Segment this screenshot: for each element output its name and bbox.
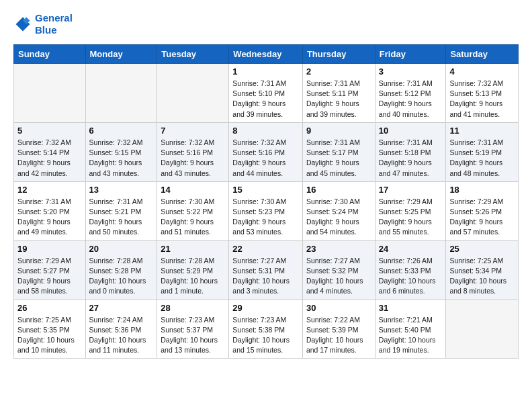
day-cell: 25Sunrise: 7:25 AM Sunset: 5:34 PM Dayli… bbox=[446, 240, 519, 300]
day-number: 27 bbox=[89, 303, 154, 313]
day-info: Sunrise: 7:27 AM Sunset: 5:32 PM Dayligh… bbox=[306, 256, 371, 297]
day-number: 24 bbox=[379, 244, 443, 254]
day-number: 12 bbox=[17, 185, 82, 195]
week-row-4: 19Sunrise: 7:29 AM Sunset: 5:27 PM Dayli… bbox=[14, 240, 519, 300]
day-info: Sunrise: 7:31 AM Sunset: 5:19 PM Dayligh… bbox=[449, 138, 515, 179]
day-number: 10 bbox=[379, 126, 443, 136]
week-row-3: 12Sunrise: 7:31 AM Sunset: 5:20 PM Dayli… bbox=[14, 181, 519, 240]
day-cell: 22Sunrise: 7:27 AM Sunset: 5:31 PM Dayli… bbox=[229, 240, 303, 300]
day-info: Sunrise: 7:32 AM Sunset: 5:16 PM Dayligh… bbox=[232, 138, 299, 179]
day-cell bbox=[157, 64, 229, 123]
day-cell bbox=[14, 64, 86, 123]
day-number: 6 bbox=[89, 126, 154, 136]
day-info: Sunrise: 7:22 AM Sunset: 5:39 PM Dayligh… bbox=[306, 315, 371, 356]
day-cell bbox=[446, 300, 519, 359]
day-number: 25 bbox=[449, 244, 515, 254]
day-info: Sunrise: 7:31 AM Sunset: 5:11 PM Dayligh… bbox=[306, 79, 371, 120]
day-info: Sunrise: 7:32 AM Sunset: 5:13 PM Dayligh… bbox=[449, 79, 515, 120]
day-info: Sunrise: 7:28 AM Sunset: 5:28 PM Dayligh… bbox=[89, 256, 154, 297]
day-info: Sunrise: 7:25 AM Sunset: 5:34 PM Dayligh… bbox=[449, 256, 515, 297]
day-cell: 7Sunrise: 7:32 AM Sunset: 5:16 PM Daylig… bbox=[157, 122, 229, 181]
day-info: Sunrise: 7:31 AM Sunset: 5:21 PM Dayligh… bbox=[89, 197, 154, 238]
day-number: 28 bbox=[161, 303, 225, 313]
logo-text: General Blue bbox=[35, 12, 73, 36]
day-number: 31 bbox=[379, 303, 443, 313]
day-cell: 11Sunrise: 7:31 AM Sunset: 5:19 PM Dayli… bbox=[446, 122, 519, 181]
day-cell: 15Sunrise: 7:30 AM Sunset: 5:23 PM Dayli… bbox=[229, 181, 303, 240]
day-info: Sunrise: 7:24 AM Sunset: 5:36 PM Dayligh… bbox=[89, 315, 154, 356]
calendar: SundayMondayTuesdayWednesdayThursdayFrid… bbox=[13, 44, 519, 359]
day-info: Sunrise: 7:32 AM Sunset: 5:14 PM Dayligh… bbox=[17, 138, 82, 179]
day-info: Sunrise: 7:27 AM Sunset: 5:31 PM Dayligh… bbox=[232, 256, 299, 297]
day-info: Sunrise: 7:26 AM Sunset: 5:33 PM Dayligh… bbox=[379, 256, 443, 297]
day-info: Sunrise: 7:29 AM Sunset: 5:26 PM Dayligh… bbox=[449, 197, 515, 238]
day-info: Sunrise: 7:31 AM Sunset: 5:17 PM Dayligh… bbox=[306, 138, 371, 179]
day-number: 26 bbox=[17, 303, 82, 313]
day-info: Sunrise: 7:31 AM Sunset: 5:12 PM Dayligh… bbox=[379, 79, 443, 120]
day-number: 29 bbox=[232, 303, 299, 313]
day-info: Sunrise: 7:25 AM Sunset: 5:35 PM Dayligh… bbox=[17, 315, 82, 356]
day-number: 22 bbox=[232, 244, 299, 254]
day-cell: 13Sunrise: 7:31 AM Sunset: 5:21 PM Dayli… bbox=[85, 181, 157, 240]
day-number: 5 bbox=[17, 126, 82, 136]
header: General Blue bbox=[13, 12, 519, 36]
day-cell: 3Sunrise: 7:31 AM Sunset: 5:12 PM Daylig… bbox=[375, 64, 446, 123]
week-row-5: 26Sunrise: 7:25 AM Sunset: 5:35 PM Dayli… bbox=[14, 300, 519, 359]
day-cell: 27Sunrise: 7:24 AM Sunset: 5:36 PM Dayli… bbox=[85, 300, 157, 359]
day-cell: 19Sunrise: 7:29 AM Sunset: 5:27 PM Dayli… bbox=[14, 240, 86, 300]
day-number: 23 bbox=[306, 244, 371, 254]
day-number: 21 bbox=[161, 244, 225, 254]
day-number: 14 bbox=[161, 185, 225, 195]
day-info: Sunrise: 7:29 AM Sunset: 5:27 PM Dayligh… bbox=[17, 256, 82, 297]
logo-icon bbox=[13, 15, 32, 34]
day-info: Sunrise: 7:32 AM Sunset: 5:15 PM Dayligh… bbox=[89, 138, 154, 179]
weekday-header-friday: Friday bbox=[375, 45, 446, 64]
day-info: Sunrise: 7:29 AM Sunset: 5:25 PM Dayligh… bbox=[379, 197, 443, 238]
day-cell: 5Sunrise: 7:32 AM Sunset: 5:14 PM Daylig… bbox=[14, 122, 86, 181]
day-number: 17 bbox=[379, 185, 443, 195]
weekday-header-monday: Monday bbox=[85, 45, 157, 64]
day-number: 20 bbox=[89, 244, 154, 254]
day-cell: 29Sunrise: 7:23 AM Sunset: 5:38 PM Dayli… bbox=[229, 300, 303, 359]
day-number: 1 bbox=[232, 66, 299, 77]
day-number: 15 bbox=[232, 185, 299, 195]
weekday-header-tuesday: Tuesday bbox=[157, 45, 229, 64]
week-row-1: 1Sunrise: 7:31 AM Sunset: 5:10 PM Daylig… bbox=[14, 64, 519, 123]
day-number: 9 bbox=[306, 126, 371, 136]
day-info: Sunrise: 7:31 AM Sunset: 5:18 PM Dayligh… bbox=[379, 138, 443, 179]
day-number: 18 bbox=[449, 185, 515, 195]
day-cell: 10Sunrise: 7:31 AM Sunset: 5:18 PM Dayli… bbox=[375, 122, 446, 181]
day-number: 13 bbox=[89, 185, 154, 195]
day-cell: 4Sunrise: 7:32 AM Sunset: 5:13 PM Daylig… bbox=[446, 64, 519, 123]
day-info: Sunrise: 7:30 AM Sunset: 5:23 PM Dayligh… bbox=[232, 197, 299, 238]
day-info: Sunrise: 7:30 AM Sunset: 5:22 PM Dayligh… bbox=[161, 197, 225, 238]
day-info: Sunrise: 7:23 AM Sunset: 5:38 PM Dayligh… bbox=[232, 315, 299, 356]
day-cell: 18Sunrise: 7:29 AM Sunset: 5:26 PM Dayli… bbox=[446, 181, 519, 240]
day-cell: 2Sunrise: 7:31 AM Sunset: 5:11 PM Daylig… bbox=[302, 64, 375, 123]
day-info: Sunrise: 7:21 AM Sunset: 5:40 PM Dayligh… bbox=[379, 315, 443, 356]
day-cell: 23Sunrise: 7:27 AM Sunset: 5:32 PM Dayli… bbox=[302, 240, 375, 300]
day-info: Sunrise: 7:28 AM Sunset: 5:29 PM Dayligh… bbox=[161, 256, 225, 297]
day-cell: 30Sunrise: 7:22 AM Sunset: 5:39 PM Dayli… bbox=[302, 300, 375, 359]
day-cell: 26Sunrise: 7:25 AM Sunset: 5:35 PM Dayli… bbox=[14, 300, 86, 359]
day-cell: 28Sunrise: 7:23 AM Sunset: 5:37 PM Dayli… bbox=[157, 300, 229, 359]
day-cell: 6Sunrise: 7:32 AM Sunset: 5:15 PM Daylig… bbox=[85, 122, 157, 181]
day-info: Sunrise: 7:23 AM Sunset: 5:37 PM Dayligh… bbox=[161, 315, 225, 356]
day-cell: 20Sunrise: 7:28 AM Sunset: 5:28 PM Dayli… bbox=[85, 240, 157, 300]
day-cell: 14Sunrise: 7:30 AM Sunset: 5:22 PM Dayli… bbox=[157, 181, 229, 240]
day-number: 16 bbox=[306, 185, 371, 195]
day-cell: 31Sunrise: 7:21 AM Sunset: 5:40 PM Dayli… bbox=[375, 300, 446, 359]
day-cell: 9Sunrise: 7:31 AM Sunset: 5:17 PM Daylig… bbox=[302, 122, 375, 181]
day-info: Sunrise: 7:32 AM Sunset: 5:16 PM Dayligh… bbox=[161, 138, 225, 179]
day-number: 8 bbox=[232, 126, 299, 136]
page: General Blue SundayMondayTuesdayWednesda… bbox=[0, 0, 532, 371]
weekday-header-sunday: Sunday bbox=[14, 45, 86, 64]
weekday-header-row: SundayMondayTuesdayWednesdayThursdayFrid… bbox=[14, 45, 519, 64]
day-info: Sunrise: 7:30 AM Sunset: 5:24 PM Dayligh… bbox=[306, 197, 371, 238]
day-number: 19 bbox=[17, 244, 82, 254]
day-number: 2 bbox=[306, 66, 371, 77]
day-info: Sunrise: 7:31 AM Sunset: 5:10 PM Dayligh… bbox=[232, 79, 299, 120]
day-cell: 1Sunrise: 7:31 AM Sunset: 5:10 PM Daylig… bbox=[229, 64, 303, 123]
weekday-header-wednesday: Wednesday bbox=[229, 45, 303, 64]
logo: General Blue bbox=[13, 12, 73, 36]
